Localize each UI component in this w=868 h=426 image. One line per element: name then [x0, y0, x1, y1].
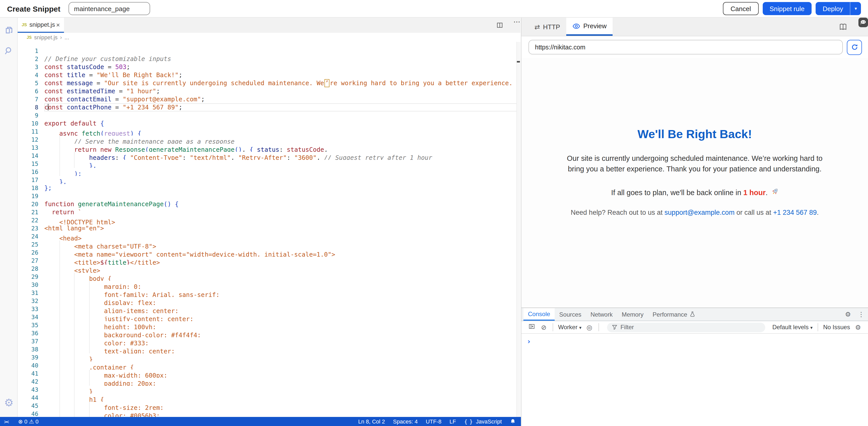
code-line[interactable]: 24<head> [18, 232, 520, 240]
console-sidebar-toggle[interactable] [525, 323, 538, 331]
close-icon[interactable]: × [56, 21, 60, 28]
code-line[interactable]: 20function generateMaintenancePage() { [18, 200, 520, 208]
code-line[interactable]: 25<meta charset="UTF-8"> [18, 240, 520, 249]
code-line[interactable]: 11async fetch(request) { [18, 127, 520, 136]
code-line[interactable]: 39} [18, 353, 520, 362]
code-line[interactable]: 37color: #333; [18, 337, 520, 345]
indent-guide [59, 136, 74, 144]
code-line[interactable]: 19 [18, 192, 520, 200]
docs-button[interactable] [839, 18, 847, 36]
discord-icon[interactable] [859, 18, 868, 27]
code-line[interactable]: 31font-family: Arial, sans-serif; [18, 289, 520, 297]
devtools-tab-performance[interactable]: Performance [648, 308, 700, 321]
code-token: "1 hour" [126, 88, 156, 95]
code-line[interactable]: 34justify-content: center; [18, 313, 520, 321]
code-line[interactable]: 33align-items: center; [18, 305, 520, 313]
code-line[interactable]: 5const message = "Our site is currently … [18, 79, 520, 87]
explorer-button[interactable] [0, 21, 18, 41]
code-line[interactable]: 18}; [18, 184, 520, 192]
code-line[interactable]: 44h1 { [18, 394, 520, 402]
preview-url-input[interactable] [528, 40, 843, 54]
code-line[interactable]: 21 return ` [18, 208, 520, 216]
deploy-button[interactable]: Deploy [816, 2, 850, 15]
devtools-settings-button[interactable]: ⚙ [842, 308, 855, 321]
breadcrumb-more[interactable]: ... [64, 34, 69, 40]
devtools-tab-network[interactable]: Network [586, 308, 617, 321]
live-expression-button[interactable]: ◎ [583, 323, 595, 331]
tab-snippet-js[interactable]: JS snippet.js × [18, 18, 64, 33]
console-settings-button[interactable]: ⚙ [852, 323, 864, 331]
deploy-dropdown-button[interactable]: ▾ [850, 2, 861, 15]
issues-counter[interactable]: No Issues [823, 324, 850, 331]
language-mode[interactable]: { } JavaScript [464, 418, 502, 425]
search-button[interactable] [0, 41, 18, 61]
tab-http[interactable]: ⇄ HTTP [528, 18, 566, 36]
cursor-position[interactable]: Ln 8, Col 2 [358, 419, 385, 425]
code-line[interactable]: 42padding: 20px; [18, 378, 520, 386]
code-line[interactable]: 9 [18, 111, 520, 119]
code-line[interactable]: 27<title>${title}</title> [18, 257, 520, 265]
code-line[interactable]: 1 [18, 47, 520, 55]
encoding-setting[interactable]: UTF-8 [426, 419, 441, 425]
more-actions-button[interactable]: ⋯ [513, 18, 520, 33]
code-line[interactable]: 43} [18, 386, 520, 394]
devtools-tab-sources[interactable]: Sources [555, 308, 586, 321]
code-line[interactable]: 15}, [18, 160, 520, 168]
code-line[interactable]: 38text-align: center; [18, 345, 520, 353]
editor-scrollbar[interactable] [516, 42, 520, 417]
code-line[interactable]: 35height: 100vh; [18, 321, 520, 329]
line-number: 39 [18, 353, 44, 362]
kebab-menu-icon[interactable]: ⋮ [855, 308, 868, 321]
snippet-name-input[interactable] [68, 2, 150, 15]
code-line[interactable]: 13return new Response(generateMaintenanc… [18, 144, 520, 152]
code-line[interactable]: 26<meta name="viewport" content="width=d… [18, 249, 520, 257]
log-levels-dropdown[interactable]: Default levels ▾ [772, 324, 813, 331]
code-line-text: const contactEmail = "support@example.co… [44, 95, 520, 103]
code-line[interactable]: 32display: flex; [18, 297, 520, 305]
code-line[interactable]: 12// Serve the maintenance page as a res… [18, 136, 520, 144]
code-token [63, 96, 67, 103]
code-line[interactable]: 22<!DOCTYPE html> [18, 216, 520, 224]
code-line[interactable]: 3const statusCode = 503; [18, 63, 520, 71]
context-selector[interactable]: Worker ▾ [558, 324, 582, 331]
code-line[interactable]: 6const estimatedTime = "1 hour"; [18, 87, 520, 95]
indent-guide [89, 337, 104, 345]
code-line[interactable]: 8const contactPhone = "+1 234 567 89"; [18, 103, 520, 111]
console-output[interactable]: › [521, 334, 868, 426]
support-email-link[interactable]: support@example.com [664, 209, 735, 216]
code-line[interactable]: 23<html lang="en"> [18, 224, 520, 232]
code-line[interactable]: 17}, [18, 176, 520, 184]
code-line[interactable]: 7const contactEmail = "support@example.c… [18, 95, 520, 103]
settings-button[interactable]: ⚙ [0, 393, 18, 413]
clear-console-button[interactable]: ⊘ [538, 323, 550, 331]
code-line[interactable]: 10export default { [18, 119, 520, 127]
console-filter-input[interactable]: Filter [607, 322, 765, 332]
split-editor-button[interactable] [496, 18, 503, 33]
notifications-button[interactable] [510, 419, 516, 425]
code-line[interactable]: 41max-width: 600px; [18, 370, 520, 378]
devtools-tab-memory[interactable]: Memory [617, 308, 648, 321]
snippet-rule-button[interactable]: Snippet rule [763, 2, 812, 15]
indentation-setting[interactable]: Spaces: 4 [393, 419, 417, 425]
problems-indicator[interactable]: ⊗ 0 ⚠ 0 [18, 418, 38, 425]
phone-link[interactable]: +1 234 567 89 [773, 209, 817, 216]
cancel-button[interactable]: Cancel [723, 2, 758, 15]
code-line[interactable]: 4const title = "We'll Be Right Back!"; [18, 71, 520, 79]
eol-setting[interactable]: LF [450, 419, 456, 425]
devtools-tab-console[interactable]: Console [523, 308, 555, 321]
code-line[interactable]: 30margin: 0; [18, 281, 520, 289]
code-line[interactable]: 36background-color: #f4f4f4; [18, 329, 520, 337]
breadcrumb-file[interactable]: snippet.js [34, 34, 58, 40]
code-line[interactable]: 46color: #0056b3; [18, 410, 520, 417]
code-line[interactable]: 14headers: { "Content-Type": "text/html"… [18, 152, 520, 160]
reload-button[interactable] [847, 39, 862, 55]
code-editor[interactable]: 12// Define your customizable inputs3con… [18, 42, 520, 417]
code-line[interactable]: 28<style> [18, 265, 520, 273]
code-line[interactable]: 45font-size: 2rem; [18, 402, 520, 410]
tab-preview[interactable]: Preview [566, 18, 613, 36]
code-line[interactable]: 2// Define your customizable inputs [18, 55, 520, 63]
code-line[interactable]: 29body { [18, 273, 520, 281]
code-line[interactable]: 40.container { [18, 362, 520, 370]
remote-indicator[interactable]: >< [2, 419, 10, 424]
code-line[interactable]: 16); [18, 168, 520, 176]
